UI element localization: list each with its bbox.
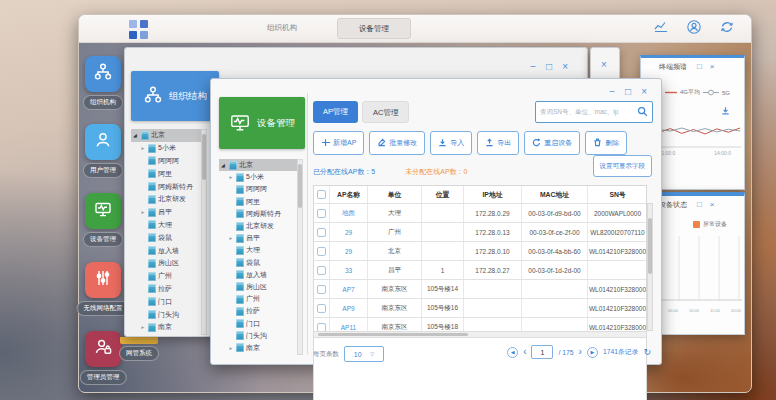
expand-arrow-icon[interactable]: ▸	[228, 174, 234, 180]
tree-item-8[interactable]: 袋鼠	[219, 257, 297, 269]
table-row[interactable]: AP9南京东区105号楼16WL014210F328000	[314, 299, 646, 318]
tree-item-9[interactable]: 放入墙	[219, 269, 297, 281]
sidebar-item-netadmin-tile[interactable]	[120, 337, 158, 344]
refresh-icon[interactable]: ↻	[643, 348, 651, 357]
table-row[interactable]: AP7南京东区105号楼14WL014210F328000	[314, 280, 646, 299]
tab-ac-management[interactable]: AC管理	[362, 101, 409, 123]
tree-item-14[interactable]: 门头沟	[131, 308, 201, 321]
row-checkbox[interactable]	[317, 247, 326, 256]
tree-item-5[interactable]: 北京研发	[131, 193, 201, 206]
tab-ap-management[interactable]: AP管理	[313, 101, 358, 123]
import-button[interactable]: 导入	[430, 131, 472, 155]
close-icon[interactable]: ×	[641, 87, 647, 97]
sidebar-item-admin-tile[interactable]	[85, 331, 121, 367]
configure-fields-button[interactable]: 设置可显示字段	[593, 155, 653, 177]
close-icon[interactable]: ×	[601, 60, 607, 70]
tab-device-management[interactable]: 设备管理	[337, 18, 411, 39]
minimize-icon[interactable]: −	[530, 62, 536, 72]
table-row[interactable]: 33昌平1172.28.0.2700-03-0f-1d-2d-00	[314, 261, 646, 280]
cell-name[interactable]: AP7	[330, 280, 368, 298]
tree-item-1[interactable]: ▸5小米	[219, 171, 297, 183]
tree-item-13[interactable]: 门口	[219, 317, 297, 329]
tree-item-13[interactable]: 门口	[131, 295, 201, 308]
cell-name[interactable]: AP9	[330, 299, 368, 317]
close-icon[interactable]: ×	[710, 62, 715, 71]
tree-item-3[interactable]: 阿里	[131, 167, 201, 180]
tree-item-15[interactable]: ▸南京	[219, 342, 297, 354]
expand-arrow-icon[interactable]: ▸	[140, 324, 146, 330]
table-row[interactable]: 地面大理172.28.0.2900-03-0f-d9-bd-002000WAPL…	[314, 204, 646, 223]
select-all-checkbox[interactable]	[317, 190, 326, 199]
device-tree-scrollbar[interactable]	[297, 159, 303, 355]
user-account-icon[interactable]	[686, 19, 702, 39]
row-checkbox[interactable]	[317, 228, 326, 237]
tree-item-3[interactable]: 阿里	[219, 196, 297, 208]
row-checkbox[interactable]	[317, 285, 326, 294]
export-button[interactable]: 导出	[477, 131, 519, 155]
tree-item-6[interactable]: ▸昌平	[131, 206, 201, 219]
org-tree-scrollbar[interactable]	[201, 129, 207, 335]
search-input[interactable]: 查询SN号、单位、mac、ip	[535, 101, 653, 123]
trash-button[interactable]: 删除	[585, 131, 627, 155]
tree-item-7[interactable]: 大理	[131, 219, 201, 232]
expanded-arrow-icon[interactable]: ◢	[221, 162, 227, 168]
tree-item-root[interactable]: ◢北京	[219, 159, 297, 171]
tree-item-12[interactable]: 拉萨	[219, 305, 297, 317]
tree-item-4[interactable]: 阿姆斯特丹	[131, 180, 201, 193]
expand-arrow-icon[interactable]: ▸	[228, 235, 234, 241]
sidebar-item-user-tile[interactable]	[85, 124, 121, 160]
per-page-select[interactable]: 10 ▽	[344, 346, 384, 362]
first-page-button[interactable]: ◀	[507, 347, 518, 358]
tree-item-2[interactable]: 阿阿阿	[131, 155, 201, 168]
table-vertical-scrollbar[interactable]	[647, 203, 653, 331]
tree-item-6[interactable]: ▸昌平	[219, 232, 297, 244]
restart-button[interactable]: 重启设备	[524, 131, 580, 155]
close-icon[interactable]: ×	[562, 62, 568, 72]
monitor-chart-icon[interactable]	[653, 19, 669, 39]
search-icon[interactable]	[637, 103, 648, 121]
row-checkbox[interactable]	[317, 209, 326, 218]
cell-name[interactable]: 29	[330, 223, 368, 241]
expand-arrow-icon[interactable]: ▸	[140, 145, 146, 151]
tree-item-1[interactable]: ▸5小米	[131, 142, 201, 155]
expand-arrow-icon[interactable]: ▸	[228, 345, 234, 351]
minimize-icon[interactable]: −	[609, 87, 615, 97]
tree-item-8[interactable]: 袋鼠	[131, 231, 201, 244]
expand-arrow-icon[interactable]: ▸	[140, 209, 146, 215]
page-input[interactable]: 1	[531, 345, 553, 359]
tree-item-15[interactable]: ▸南京	[131, 321, 201, 334]
table-row[interactable]: 29广州172.28.0.1300-03-0f-ce-2f-00WL8200I2…	[314, 223, 646, 242]
tree-item-10[interactable]: 房山区	[131, 257, 201, 270]
row-checkbox[interactable]	[317, 304, 326, 313]
sidebar-item-wireless-tile[interactable]	[85, 262, 121, 298]
next-page-button[interactable]: ›	[579, 347, 582, 357]
tree-item-14[interactable]: 门头沟	[219, 330, 297, 342]
table-horizontal-scrollbar[interactable]	[313, 331, 647, 338]
tree-item-12[interactable]: 拉萨	[131, 283, 201, 296]
tree-item-10[interactable]: 房山区	[219, 281, 297, 293]
tree-item-root[interactable]: ◢北京	[131, 129, 201, 142]
tree-item-2[interactable]: 阿阿阿	[219, 183, 297, 195]
table-row[interactable]: 29北京172.28.0.1000-03-0f-4a-bb-60WL014210…	[314, 242, 646, 261]
tree-item-11[interactable]: 广州	[131, 270, 201, 283]
sidebar-item-org-tile[interactable]	[85, 56, 121, 92]
maximize-icon[interactable]: □	[625, 87, 631, 97]
tree-item-4[interactable]: 阿姆斯特丹	[219, 208, 297, 220]
previous-page-button[interactable]: ‹	[523, 347, 526, 357]
maximize-icon[interactable]: □	[546, 62, 552, 72]
maximize-icon[interactable]: □	[697, 62, 702, 71]
plus-button[interactable]: 新增AP	[313, 131, 364, 155]
app-logo-icon[interactable]	[129, 20, 148, 39]
expanded-arrow-icon[interactable]: ◢	[133, 132, 139, 138]
edit-button[interactable]: 批量修改	[369, 131, 425, 155]
tab-organization[interactable]: 组织机构	[267, 23, 297, 33]
refresh-icon[interactable]	[719, 19, 735, 39]
cell-name[interactable]: 33	[330, 261, 368, 279]
tree-item-5[interactable]: 北京研发	[219, 220, 297, 232]
row-checkbox[interactable]	[317, 266, 326, 275]
close-icon[interactable]: ×	[710, 200, 715, 209]
last-page-button[interactable]: ▶	[587, 347, 598, 358]
tree-item-7[interactable]: 大理	[219, 244, 297, 256]
cell-name[interactable]: 地面	[330, 204, 368, 222]
tree-item-9[interactable]: 放入墙	[131, 244, 201, 257]
